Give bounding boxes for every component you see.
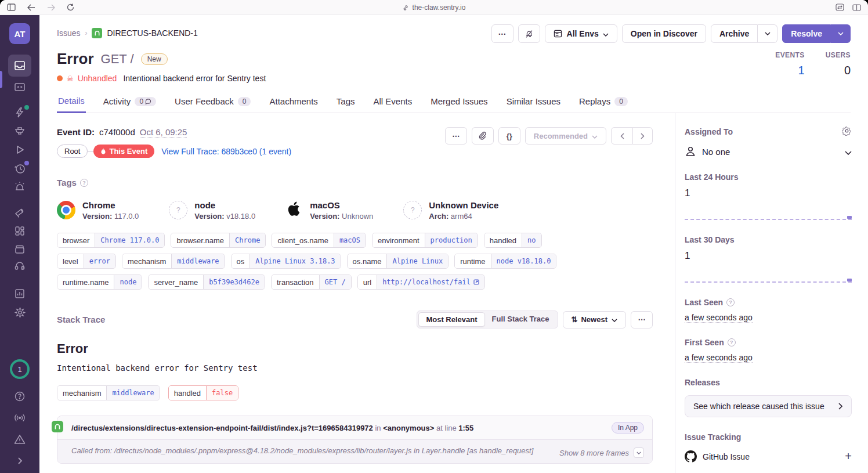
help-icon[interactable] (8, 388, 31, 405)
whats-new-icon[interactable] (8, 409, 31, 427)
handled-pill[interactable]: handledfalse (168, 385, 238, 400)
tag-pill[interactable]: levelerror (57, 254, 116, 269)
archive-dropdown-button[interactable] (758, 24, 777, 43)
resolve-dropdown-button[interactable] (831, 24, 851, 43)
tag-pill[interactable]: browser.nameChrome (171, 233, 266, 248)
sidebar-item-projects[interactable] (8, 78, 31, 96)
this-event-pill[interactable]: This Event (93, 145, 154, 158)
service-status-icon[interactable] (8, 431, 31, 448)
more-actions-button[interactable]: ⋯ (491, 24, 513, 43)
context-card-browser[interactable]: ChromeVersion: 117.0.0 (57, 199, 139, 221)
stack-more-button[interactable]: ⋯ (631, 311, 653, 328)
tab-all-events[interactable]: All Events (372, 91, 414, 113)
archive-button[interactable]: Archive (711, 24, 758, 43)
event-more-button[interactable]: ⋯ (445, 127, 467, 145)
all-envs-dropdown[interactable]: All Envs (545, 24, 617, 43)
reload-icon[interactable] (67, 3, 74, 11)
json-button[interactable]: {} (498, 127, 520, 145)
last-seen-value[interactable]: a few seconds ago (685, 313, 753, 323)
link-icon (403, 5, 409, 11)
tag-pill[interactable]: handledno (484, 233, 542, 248)
tab-attachments[interactable]: Attachments (268, 91, 319, 113)
breadcrumb-issues-link[interactable]: Issues (57, 28, 80, 38)
tag-pill-url[interactable]: urlhttp://localhost/fail (357, 275, 485, 290)
tab-user-feedback[interactable]: User Feedback0 (173, 91, 252, 113)
releases-heading: Releases (685, 378, 852, 387)
tag-pill[interactable]: browserChrome 117.0.0 (57, 233, 165, 248)
tab-similar-issues[interactable]: Similar Issues (505, 91, 562, 113)
most-relevant-toggle[interactable]: Most Relevant (418, 312, 484, 327)
first-seen-help-icon[interactable]: ? (728, 338, 736, 346)
trace-root-pill[interactable]: Root (57, 145, 88, 158)
expand-frames-button[interactable] (634, 447, 644, 458)
sidebar-item-discover[interactable] (8, 204, 31, 221)
sidebar-item-stats[interactable] (8, 285, 31, 302)
prev-event-button[interactable] (611, 127, 633, 145)
tab-tags[interactable]: Tags (335, 91, 356, 113)
org-avatar[interactable]: AT (9, 23, 30, 44)
sidebar-item-dashboards[interactable] (8, 222, 31, 240)
stack-sort-dropdown[interactable]: ⇅Newest (563, 311, 626, 328)
sidebar-item-crons[interactable] (8, 160, 31, 177)
attachments-button[interactable] (472, 127, 494, 145)
mechanism-pill[interactable]: mechanismmiddleware (57, 385, 160, 400)
tab-details[interactable]: Details (57, 91, 86, 113)
tag-pill[interactable]: mechanismmiddleware (122, 254, 225, 269)
full-stack-trace-toggle[interactable]: Full Stack Trace (485, 312, 556, 327)
page-translate-icon[interactable] (836, 3, 844, 11)
tag-pill[interactable]: environmentproduction (372, 233, 478, 248)
event-date[interactable]: Oct 6, 09:25 (140, 127, 187, 138)
resolve-button[interactable]: Resolve (782, 24, 831, 43)
unhandled-label: Unhandled (78, 74, 117, 83)
view-full-trace-link[interactable]: View Full Trace: 689b3ce0 (1 event) (161, 147, 291, 156)
assignee-selector[interactable]: No one (685, 146, 852, 157)
stack-frame-header[interactable]: /directus/extensions/directus-extension-… (57, 416, 652, 439)
events-count[interactable]: 1 (775, 64, 804, 77)
sidebar-item-releases[interactable] (8, 241, 31, 258)
sidebar-item-alerts[interactable] (8, 178, 31, 196)
mute-button[interactable] (518, 24, 540, 43)
tag-pill[interactable]: client_os.namemacOS (272, 233, 366, 248)
tag-pill[interactable]: osAlpine Linux 3.18.3 (231, 254, 341, 269)
events-label: EVENTS (775, 51, 804, 59)
collapse-sidebar-icon[interactable] (8, 452, 31, 470)
tag-pill[interactable]: runtime.namenode (57, 275, 142, 290)
called-from-text: Called from: /directus/node_modules/.pnp… (71, 445, 533, 458)
last-seen-help-icon[interactable]: ? (726, 298, 735, 306)
sidebar-toggle-icon[interactable] (7, 3, 16, 11)
add-github-issue-button[interactable]: + (845, 450, 852, 463)
sidebar-item-user-feedback[interactable] (8, 259, 31, 277)
tab-merged-issues[interactable]: Merged Issues (429, 91, 489, 113)
release-cause-button[interactable]: See which release caused this issue (685, 395, 852, 417)
open-in-discover-button[interactable]: Open in Discover (622, 24, 706, 43)
forward-icon[interactable] (47, 4, 55, 11)
first-seen-value[interactable]: a few seconds ago (685, 353, 753, 363)
frame-path: /directus/extensions/directus-extension-… (71, 424, 373, 432)
onboarding-progress-ring[interactable]: 1 (10, 359, 30, 379)
stack-view-toggle: Most Relevant Full Stack Trace (417, 310, 558, 328)
sidebar-item-issues[interactable] (8, 55, 31, 77)
recommended-dropdown[interactable]: Recommended (525, 127, 606, 145)
sidebar-item-performance[interactable] (8, 104, 31, 121)
tab-activity[interactable]: Activity0 (102, 91, 157, 113)
assignment-settings-gear-icon[interactable] (842, 126, 852, 138)
tag-pill[interactable]: transactionGET / (271, 275, 352, 290)
tag-pill[interactable]: runtimenode v18.18.0 (454, 254, 556, 269)
tag-pill[interactable]: os.nameAlpine Linux (347, 254, 449, 269)
split-view-icon[interactable] (852, 4, 861, 11)
tags-help-icon[interactable]: ? (80, 179, 88, 187)
sidebar-item-settings[interactable] (8, 304, 31, 321)
address-bar[interactable]: the-claw.sentry.io (403, 0, 466, 15)
tag-pill[interactable]: server_nameb5f39e3d462e (148, 275, 265, 290)
tab-replays[interactable]: Replays0 (578, 91, 629, 113)
sidebar-item-profiling[interactable] (8, 122, 31, 140)
context-card-os[interactable]: macOSVersion: Unknown (285, 199, 373, 221)
github-issue-label[interactable]: GitHub Issue (703, 452, 750, 461)
show-more-frames-label[interactable]: Show 8 more frames (559, 449, 629, 457)
back-icon[interactable] (27, 4, 35, 11)
next-event-button[interactable] (633, 127, 653, 145)
sidebar-item-replays[interactable] (8, 141, 31, 158)
event-id-value[interactable]: c74f000d (99, 127, 135, 137)
context-card-runtime[interactable]: ? nodeVersion: v18.18.0 (169, 199, 255, 221)
context-card-device[interactable]: ? Unknown DeviceArch: arm64 (403, 199, 498, 221)
